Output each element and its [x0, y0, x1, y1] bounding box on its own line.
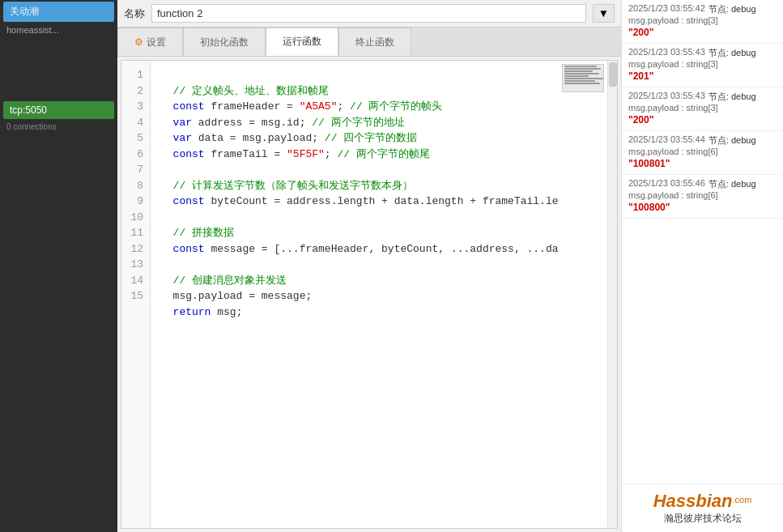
line-num-6: 6: [128, 147, 143, 163]
tab-stop[interactable]: 终止函数: [338, 28, 411, 56]
main-area: 名称 ▼ ⚙ 设置 初始化函数 运行函数 终止函数 1 2 3 4 5: [117, 0, 621, 532]
bottom-logo: Hassbian.com 瀚思彼岸技术论坛: [622, 483, 783, 532]
logo-com: .com: [732, 495, 751, 504]
tab-bar: ⚙ 设置 初始化函数 运行函数 终止函数: [117, 28, 621, 57]
left-sidebar: 关动潮 homeassist... tcp:5050 0 connections: [0, 0, 117, 532]
code-content: 1 2 3 4 5 6 7 8 9 10 11 12 13 14 15 // 定…: [121, 61, 617, 528]
line-num-15: 15: [128, 288, 143, 304]
line-numbers: 1 2 3 4 5 6 7 8 9 10 11 12 13 14 15: [121, 61, 151, 528]
log-timestamp-5: 2025/1/23 03:55:46 节点: debug: [628, 178, 777, 190]
code-editor: 1 2 3 4 5 6 7 8 9 10 11 12 13 14 15 // 定…: [121, 60, 618, 529]
line-num-7: 7: [128, 162, 143, 178]
tab-init[interactable]: 初始化函数: [183, 28, 266, 56]
log-timestamp-1: 2025/1/23 03:55:42 节点: debug: [628, 3, 777, 15]
node-item-label: 关动潮: [10, 6, 39, 17]
log-meta-2: msg.payload : string[3]: [628, 59, 777, 69]
log-entry-5: 2025/1/23 03:55:46 节点: debug msg.payload…: [622, 175, 783, 219]
connector-label: tcp:5050: [10, 104, 47, 116]
logo-subtitle: 瀚思彼岸技术论坛: [628, 512, 777, 526]
name-label: 名称: [124, 6, 145, 21]
tab-settings[interactable]: ⚙ 设置: [117, 28, 183, 56]
log-value-5: "100800": [628, 200, 777, 215]
log-timestamp-4: 2025/1/23 03:55:44 节点: debug: [628, 134, 777, 147]
logo-main-text: Hassbian.com: [628, 491, 777, 512]
line-num-2: 2: [128, 83, 143, 100]
log-value-1: "200": [628, 25, 777, 40]
log-value-2: "201": [628, 69, 777, 83]
dropdown-arrow-icon: ▼: [598, 7, 609, 19]
log-value-4: "100801": [628, 156, 777, 171]
log-meta-5: msg.payload : string[6]: [628, 190, 777, 200]
connections-text: 0 connections: [0, 121, 117, 133]
connector-node[interactable]: tcp:5050: [3, 101, 114, 119]
tab-stop-label: 终止函数: [355, 36, 394, 49]
header-bar: 名称 ▼: [117, 0, 621, 28]
tab-init-label: 初始化函数: [200, 36, 249, 49]
line-num-4: 4: [128, 115, 143, 131]
log-timestamp-3: 2025/1/23 03:55:43 节点: debug: [628, 91, 777, 103]
dropdown-button[interactable]: ▼: [593, 4, 615, 23]
line-num-10: 10: [128, 210, 143, 226]
log-entry-3: 2025/1/23 03:55:43 节点: debug msg.payload…: [622, 87, 783, 131]
log-entry-1: 2025/1/23 03:55:42 节点: debug msg.payload…: [622, 0, 783, 44]
scrollbar-thumb[interactable]: [609, 62, 617, 87]
code-thumbnail: [562, 64, 604, 92]
line-num-14: 14: [128, 273, 143, 289]
line-num-13: 13: [128, 257, 143, 273]
logo-hassbian: Hassbian: [653, 491, 733, 511]
node-item-sub: homeassist...: [0, 23, 117, 36]
log-entry-4: 2025/1/23 03:55:44 节点: debug msg.payload…: [622, 131, 783, 175]
right-panel: 2025/1/23 03:55:42 节点: debug msg.payload…: [621, 0, 783, 532]
node-item-main[interactable]: 关动潮: [3, 2, 114, 22]
log-meta-4: msg.payload : string[6]: [628, 147, 777, 156]
function-name-input[interactable]: [151, 4, 586, 23]
line-num-1: 1: [128, 67, 143, 83]
tab-run-label: 运行函数: [283, 35, 321, 49]
tab-settings-label: 设置: [147, 36, 166, 49]
tab-run[interactable]: 运行函数: [266, 28, 338, 56]
editor-scrollbar[interactable]: [607, 61, 617, 528]
settings-icon: ⚙: [134, 36, 143, 48]
line-num-5: 5: [128, 130, 143, 147]
line-num-8: 8: [128, 178, 143, 194]
log-timestamp-2: 2025/1/23 03:55:43 节点: debug: [628, 47, 777, 59]
log-list: 2025/1/23 03:55:42 节点: debug msg.payload…: [622, 0, 783, 219]
log-value-3: "200": [628, 113, 777, 127]
line-num-12: 12: [128, 241, 143, 257]
log-entry-2: 2025/1/23 03:55:43 节点: debug msg.payload…: [622, 44, 783, 87]
log-meta-3: msg.payload : string[3]: [628, 103, 777, 113]
line-num-11: 11: [128, 225, 143, 241]
line-num-3: 3: [128, 99, 143, 115]
line-num-9: 9: [128, 194, 143, 210]
log-meta-1: msg.payload : string[3]: [628, 15, 777, 25]
code-textarea[interactable]: // 定义帧头、地址、数据和帧尾 const frameHeader = "A5…: [151, 61, 617, 528]
